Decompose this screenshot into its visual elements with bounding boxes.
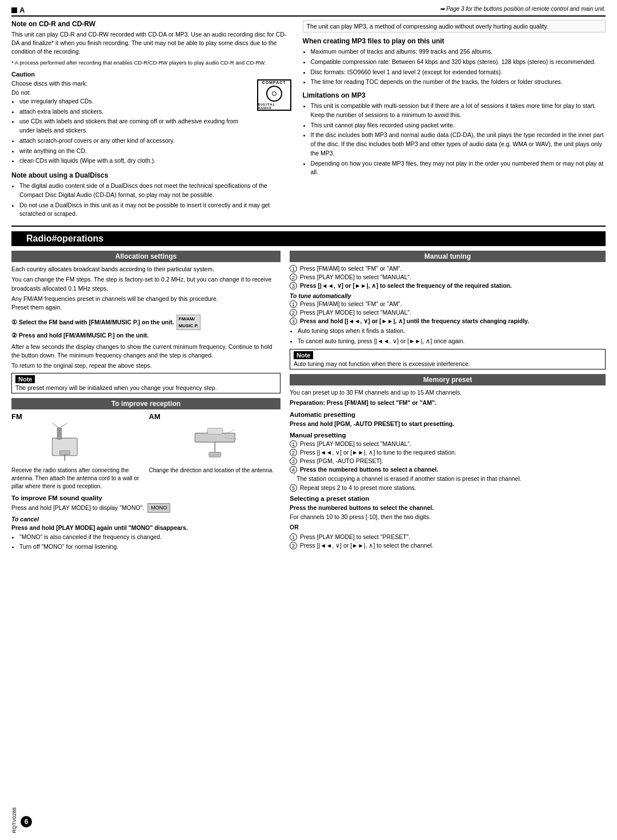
am-box: AM Change the direction and location of … xyxy=(149,412,281,491)
manual-step-2: Press [|◄◄, ∨] or [►►|, ∧] to select the… xyxy=(300,282,512,289)
list-item: The digital audio content side of a Dual… xyxy=(19,182,291,200)
alloc-step2: ② Press and hold [FM/AM/MUSIC P.] on the… xyxy=(11,331,281,340)
memory-body1: You can preset up to 30 FM channels and … xyxy=(290,388,606,397)
fm-sound-body: Press and hold [PLAY MODE] to display "M… xyxy=(11,504,144,512)
selecting-steps: 1 Press [PLAY MODE] to select "PRESET". … xyxy=(290,533,606,549)
page-header: A ➡ Page 3 for the buttons position of r… xyxy=(11,6,606,17)
list-item: This unit is compatible with multi-sessi… xyxy=(311,102,606,120)
page-number: 6 xyxy=(25,818,29,826)
manual-steps: 1 Press [FM/AM] to select "FM" or "AM". … xyxy=(290,265,606,290)
mp3-title: When creating MP3 files to play on this … xyxy=(303,37,606,45)
step-item: 2 Press [|◄◄, ∨] or [►►|, ∧] to select t… xyxy=(290,542,606,549)
right-column: The unit can play MP3, a method of compr… xyxy=(303,20,606,220)
manual-presetting-title: Manual presetting xyxy=(290,432,606,439)
list-item: This unit cannot play files recorded usi… xyxy=(311,121,606,130)
caution-area: Choose discs with this mark: Do not: use… xyxy=(11,79,291,167)
or-label: OR xyxy=(290,523,606,532)
list-item: use CDs with labels and stickers that ar… xyxy=(19,117,251,135)
list-item: Maximum number of tracks and albums: 999… xyxy=(311,47,606,57)
caution-text-area: Choose discs with this mark: Do not: use… xyxy=(11,79,251,167)
list-item: Compatible compression rate: Between 64 … xyxy=(311,58,606,67)
radio-right: Manual tuning 1 Press [FM/AM] to select … xyxy=(290,251,606,553)
manual-preset-steps: 1 Press [PLAY MODE] to select "MANUAL". … xyxy=(290,440,606,473)
mono-badge: MONO xyxy=(147,503,170,513)
step-item: 3 Press and hold [|◄◄, ∨] or [►►|, ∧] un… xyxy=(290,317,606,325)
auto-presetting-body: Press and hold [PGM, -AUTO PRESET] to st… xyxy=(290,420,606,428)
page-ref: ➡ Page 3 for the buttons position of rem… xyxy=(440,6,606,12)
alloc-body2: You can change the FM steps. The step is… xyxy=(11,275,281,292)
list-item: Auto tuning stops when it finds a statio… xyxy=(298,327,606,336)
caution-bullets: use irregularly shaped CDs. attach extra… xyxy=(11,97,251,166)
step-item: 3 Press [|◄◄, ∨] or [►►|, ∧] to select t… xyxy=(290,282,606,290)
alloc-body4: Preset them again. xyxy=(11,303,281,312)
manual-step-1: Press [PLAY MODE] to select "MANUAL". xyxy=(300,274,411,280)
auto-step-circle-3: 3 xyxy=(290,317,297,325)
dual-discs-bullets: The digital audio content side of a Dual… xyxy=(11,182,291,219)
list-item: Disc formats: ISO9660 level 1 and level … xyxy=(311,68,606,77)
rqtv-code: RQTV0288 xyxy=(11,810,17,833)
alloc-note-box: Note The preset memory will be initializ… xyxy=(11,373,281,393)
step-item: 4 Press the numbered buttons to select a… xyxy=(290,466,606,473)
list-item: write anything on the CD. xyxy=(19,147,251,156)
limitations-title: Limitations on MP3 xyxy=(303,91,606,99)
auto-bullets: Auto tuning stops when it finds a statio… xyxy=(290,327,606,346)
manual-tuning-header: Manual tuning xyxy=(290,251,606,262)
dual-discs-title: Note about using a DualDiscs xyxy=(11,171,291,179)
step-circle-1: 1 xyxy=(290,265,297,272)
svg-rect-4 xyxy=(60,451,70,455)
cdrw-title: Note on CD-R and CD-RW xyxy=(11,20,291,28)
radio-title: Radio#operations xyxy=(26,234,103,244)
alloc-body6: To return to the original step, repeat t… xyxy=(11,361,281,370)
compact-label: COMPACT xyxy=(262,81,286,85)
list-item: If the disc includes both MP3 and normal… xyxy=(311,131,606,158)
sel-step-0: Press [PLAY MODE] to select "PRESET". xyxy=(300,533,410,540)
compact-disc-logo: COMPACT DIGITAL AUDIO xyxy=(257,79,291,111)
mp-step-2: Press [PGM, -AUTO PRESET]. xyxy=(300,457,383,464)
mp-step-3: Press the numbered buttons to select a c… xyxy=(300,466,438,473)
mp-circle-3: 3 xyxy=(290,457,297,465)
list-item: "MONO" is also canceled if the frequency… xyxy=(19,533,281,542)
page-number-circle: 6 xyxy=(21,816,32,827)
manual-note-box: Note Auto tuning may not function when t… xyxy=(290,349,606,369)
sel-circle-2: 2 xyxy=(290,542,297,549)
fm-label: FM xyxy=(11,412,143,421)
cdrw-body1: This unit can play CD-R and CD-RW record… xyxy=(11,30,291,57)
to-cancel-bullets: "MONO" is also canceled if the frequency… xyxy=(11,533,281,552)
fm-am-music-badge: FM/AM/MUSIC P. xyxy=(177,315,201,330)
svg-line-2 xyxy=(53,423,59,428)
svg-rect-7 xyxy=(207,428,222,435)
mp-circle-5: 5 xyxy=(290,484,297,492)
disc-circle xyxy=(266,86,282,102)
to-cancel-title: To cancel xyxy=(11,516,281,523)
svg-rect-1 xyxy=(57,428,61,439)
manual-step-0: Press [FM/AM] to select "FM" or "AM". xyxy=(300,265,402,272)
alloc-body3: Any FM/AM frequencies preset in channels… xyxy=(11,295,281,303)
selecting-body2: For channels 10 to 30 press [·10], then … xyxy=(290,513,606,521)
mp-circle-2: 2 xyxy=(290,449,297,456)
mp-step-0: Press [PLAY MODE] to select "MANUAL". xyxy=(300,440,411,447)
step-item: 1 Press [PLAY MODE] to select "PRESET". xyxy=(290,533,606,541)
auto-step-0: Press [FM/AM] to select "FM" or "AM". xyxy=(300,300,402,307)
manual-note-title: Note xyxy=(294,351,313,359)
step-item: 2 Press [|◄◄, ∨] or [►►|, ∧] to tune to … xyxy=(290,449,606,456)
auto-step-circle-2: 2 xyxy=(290,309,297,316)
mp-step-1: Press [|◄◄, ∨] or [►►|, ∧] to tune to th… xyxy=(300,449,456,456)
page-number-area: RQTV0288 6 xyxy=(11,810,32,833)
radio-two-col: Allocation settings Each country allocat… xyxy=(11,251,606,553)
alloc-note-body: The preset memory will be initialized wh… xyxy=(15,384,277,391)
left-column: Note on CD-R and CD-RW This unit can pla… xyxy=(11,20,291,220)
digital-audio-label: DIGITAL AUDIO xyxy=(258,103,290,110)
alloc-steps: ① Select the FM band with [FM/AM/MUSIC P… xyxy=(11,315,281,340)
am-label: AM xyxy=(149,412,281,421)
sel-circle-1: 1 xyxy=(290,533,297,541)
limitations-bullets: This unit is compatible with multi-sessi… xyxy=(303,102,606,177)
auto-presetting-title: Automatic presetting xyxy=(290,411,606,418)
radio-black-square xyxy=(17,236,23,242)
improve-header: To improve reception xyxy=(11,398,281,409)
step-circle-3: 3 xyxy=(290,282,297,290)
section-a-label: A xyxy=(19,6,25,14)
fm-am-img-row: FM Receive the radio stations after conn… xyxy=(11,412,281,491)
alloc-body5: After a few seconds the display changes … xyxy=(11,343,281,360)
mp-circle-1: 1 xyxy=(290,440,297,448)
alloc-note-title: Note xyxy=(15,375,35,383)
